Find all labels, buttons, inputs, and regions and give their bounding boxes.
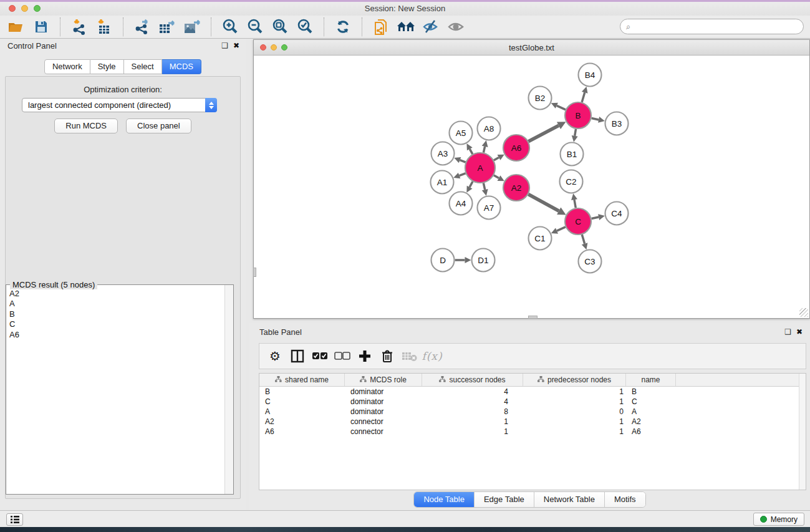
graph-edge[interactable] xyxy=(470,149,473,154)
graph-edge[interactable] xyxy=(470,181,473,187)
result-scrollbar[interactable] xyxy=(224,285,233,494)
export-network-icon[interactable] xyxy=(130,17,155,37)
table-cell: 1 xyxy=(422,427,523,437)
zoom-out-icon[interactable] xyxy=(243,17,268,37)
tab-edge-table[interactable]: Edge Table xyxy=(475,492,534,507)
column-header-MCDS-role[interactable]: MCDS role xyxy=(345,374,422,386)
home-layout-icon[interactable] xyxy=(393,17,418,37)
graph-edge[interactable] xyxy=(582,92,585,102)
tab-network-table[interactable]: Network Table xyxy=(534,492,605,507)
table-row[interactable]: A6connector11A6 xyxy=(259,427,806,437)
table-row[interactable]: Bdominator41B xyxy=(259,387,806,397)
network-graph[interactable]: B4B2BB3A5A8A6A3B1AC2A1A2A4A7C4CC1C3DD1 xyxy=(254,56,809,318)
zoom-fit-icon[interactable] xyxy=(268,17,292,37)
export-table-icon[interactable] xyxy=(155,17,180,37)
network-window-titlebar[interactable]: testGlobe.txt xyxy=(254,40,809,56)
graph-edge[interactable] xyxy=(528,195,559,211)
titlebar[interactable]: Session: New Session xyxy=(0,2,810,16)
task-history-button[interactable] xyxy=(6,513,23,526)
table-cell: C xyxy=(259,397,345,407)
table-scrollbar[interactable] xyxy=(799,374,806,490)
tab-motifs[interactable]: Motifs xyxy=(605,492,645,507)
import-table-icon[interactable] xyxy=(92,17,117,37)
graph-edge[interactable] xyxy=(592,118,599,120)
column-header-successor-nodes[interactable]: successor nodes xyxy=(422,374,523,386)
column-header-predecessor-nodes[interactable]: predecessor nodes xyxy=(523,374,626,386)
graph-edge[interactable] xyxy=(483,183,485,190)
graph-edge[interactable] xyxy=(557,227,566,231)
result-list-item[interactable]: A6 xyxy=(9,330,224,340)
show-hide-eye-icon[interactable] xyxy=(443,17,468,37)
memory-button[interactable]: Memory xyxy=(753,513,804,526)
search-input[interactable] xyxy=(630,22,803,31)
deselect-all-icon[interactable] xyxy=(333,347,352,365)
result-list-item[interactable]: A xyxy=(9,299,224,309)
table-row[interactable]: Cdominator41C xyxy=(259,397,806,407)
resize-grip-icon[interactable] xyxy=(799,308,808,317)
float-panel-icon[interactable]: ❑ xyxy=(221,41,228,50)
graph-edge[interactable] xyxy=(460,160,466,162)
table-cell xyxy=(676,407,806,417)
table-cell: 0 xyxy=(523,407,626,417)
result-list-item[interactable]: A2 xyxy=(9,289,224,299)
import-network-icon[interactable] xyxy=(67,17,92,37)
graph-node-label: D xyxy=(440,256,446,265)
column-header-empty[interactable] xyxy=(676,374,806,386)
graph-edge[interactable] xyxy=(575,129,576,136)
graph-edge[interactable] xyxy=(460,173,466,176)
toolbar-separator xyxy=(362,17,362,36)
result-list-item[interactable]: B xyxy=(9,309,224,319)
open-file-icon[interactable] xyxy=(4,17,29,37)
tab-mcds[interactable]: MCDS xyxy=(162,59,201,74)
graph-edge[interactable] xyxy=(592,217,599,218)
tab-network[interactable]: Network xyxy=(44,59,90,74)
new-network-from-selection-icon[interactable] xyxy=(369,17,393,37)
search-box[interactable]: ⌕ xyxy=(620,19,804,34)
criterion-select[interactable]: largest connected component (directed) xyxy=(22,98,217,112)
table-cell: dominator xyxy=(345,407,422,417)
zoom-selected-icon[interactable] xyxy=(292,17,317,37)
hide-graphics-details-icon[interactable] xyxy=(418,17,443,37)
bottom-splitter-handle[interactable] xyxy=(528,316,538,319)
add-column-icon[interactable] xyxy=(355,347,374,365)
column-header-shared-name[interactable]: shared name xyxy=(259,374,345,386)
float-table-panel-icon[interactable]: ❑ xyxy=(784,327,791,336)
run-mcds-button[interactable]: Run MCDS xyxy=(54,118,118,133)
graph-edge[interactable] xyxy=(483,147,485,153)
table-cell: B xyxy=(626,387,676,397)
table-cell: 1 xyxy=(523,397,626,407)
graph-edge[interactable] xyxy=(574,200,576,208)
table-cell xyxy=(676,397,806,407)
close-panel-button[interactable]: Close panel xyxy=(126,118,191,133)
left-splitter-handle[interactable] xyxy=(253,268,256,277)
result-list-item[interactable]: C xyxy=(9,319,224,329)
tab-node-table[interactable]: Node Table xyxy=(414,492,475,507)
zoom-in-icon[interactable] xyxy=(218,17,243,37)
save-session-icon[interactable] xyxy=(29,17,54,37)
graph-edge[interactable] xyxy=(494,175,499,178)
column-header-name[interactable]: name xyxy=(626,374,676,386)
graph-edge[interactable] xyxy=(582,235,584,244)
close-panel-icon[interactable]: ✖ xyxy=(233,41,239,50)
refresh-icon[interactable] xyxy=(330,17,355,37)
table-row[interactable]: A2connector11A2 xyxy=(259,417,806,427)
close-table-panel-icon[interactable]: ✖ xyxy=(796,327,803,336)
show-columns-icon[interactable] xyxy=(288,347,307,365)
tab-style[interactable]: Style xyxy=(90,59,124,74)
edge-arrowhead-icon xyxy=(598,214,605,220)
graph-edge[interactable] xyxy=(528,125,559,141)
mcds-result-list[interactable]: A2ABCA6 xyxy=(7,286,224,493)
graph-edge[interactable] xyxy=(557,105,566,110)
graph-edge[interactable] xyxy=(494,157,499,160)
table-toolbar: ⚙ f(x) xyxy=(259,343,806,369)
select-all-icon[interactable] xyxy=(311,347,329,365)
tab-select[interactable]: Select xyxy=(124,59,162,74)
graph-node-label: A8 xyxy=(484,124,494,133)
delete-column-trash-icon[interactable] xyxy=(378,347,397,365)
table-cell: C xyxy=(626,397,676,407)
network-canvas[interactable]: B4B2BB3A5A8A6A3B1AC2A1A2A4A7C4CC1C3DD1 xyxy=(254,56,809,318)
table-settings-gear-icon[interactable]: ⚙ xyxy=(266,347,284,365)
export-image-icon[interactable] xyxy=(180,17,205,37)
table-header-row[interactable]: shared nameMCDS rolesuccessor nodesprede… xyxy=(259,374,806,387)
table-row[interactable]: Adominator80A xyxy=(259,407,806,417)
